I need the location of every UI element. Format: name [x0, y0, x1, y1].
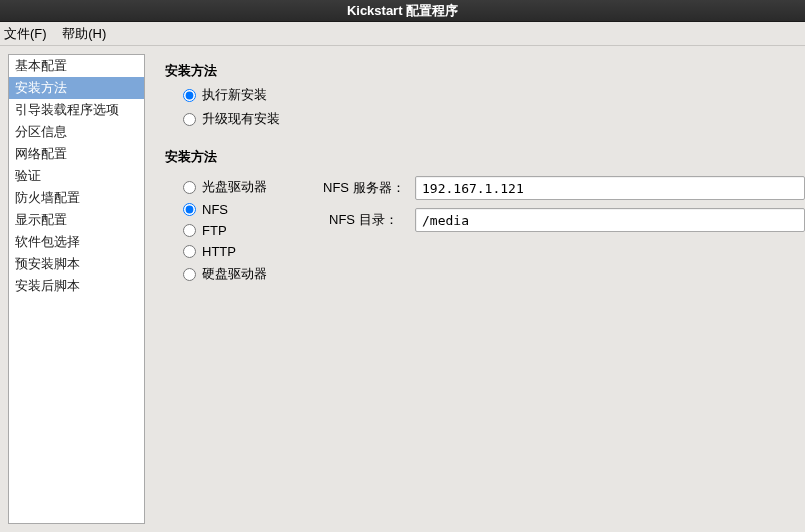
radio-cd[interactable]: 光盘驱动器 — [183, 178, 293, 196]
radio-upgrade-install[interactable]: 升级现有安装 — [183, 110, 805, 128]
menu-help[interactable]: 帮助(H) — [62, 26, 106, 41]
radio-new-install-input[interactable] — [183, 89, 196, 102]
nfs-dir-label: NFS 目录： — [323, 211, 415, 229]
radio-nfs[interactable]: NFS — [183, 202, 293, 217]
radio-ftp-label: FTP — [202, 223, 227, 238]
sidebar-item-7[interactable]: 显示配置 — [9, 209, 144, 231]
radio-cd-input[interactable] — [183, 181, 196, 194]
sidebar-item-0[interactable]: 基本配置 — [9, 55, 144, 77]
method-radio-column: 光盘驱动器 NFS FTP HTTP 硬盘驱动器 — [183, 172, 293, 289]
window-titlebar: Kickstart 配置程序 — [0, 0, 805, 22]
nfs-dir-input[interactable] — [415, 208, 805, 232]
nfs-fields: NFS 服务器： NFS 目录： — [323, 172, 805, 289]
sidebar-item-4[interactable]: 网络配置 — [9, 143, 144, 165]
sidebar-item-8[interactable]: 软件包选择 — [9, 231, 144, 253]
menubar: 文件(F) 帮助(H) — [0, 22, 805, 46]
radio-hd-input[interactable] — [183, 268, 196, 281]
install-method-title: 安装方法 — [165, 148, 805, 166]
radio-hd[interactable]: 硬盘驱动器 — [183, 265, 293, 283]
content-area: 基本配置安装方法引导装载程序选项分区信息网络配置验证防火墙配置显示配置软件包选择… — [0, 46, 805, 532]
sidebar-item-3[interactable]: 分区信息 — [9, 121, 144, 143]
window-title: Kickstart 配置程序 — [347, 3, 458, 18]
radio-nfs-input[interactable] — [183, 203, 196, 216]
sidebar-item-1[interactable]: 安装方法 — [9, 77, 144, 99]
radio-cd-label: 光盘驱动器 — [202, 178, 267, 196]
menu-file[interactable]: 文件(F) — [4, 26, 47, 41]
sidebar-item-5[interactable]: 验证 — [9, 165, 144, 187]
radio-http[interactable]: HTTP — [183, 244, 293, 259]
sidebar-item-6[interactable]: 防火墙配置 — [9, 187, 144, 209]
radio-nfs-label: NFS — [202, 202, 228, 217]
sidebar-item-9[interactable]: 预安装脚本 — [9, 253, 144, 275]
sidebar-item-10[interactable]: 安装后脚本 — [9, 275, 144, 297]
radio-new-install[interactable]: 执行新安装 — [183, 86, 805, 104]
radio-http-input[interactable] — [183, 245, 196, 258]
radio-upgrade-install-label: 升级现有安装 — [202, 110, 280, 128]
install-mode-title: 安装方法 — [165, 62, 805, 80]
radio-upgrade-install-input[interactable] — [183, 113, 196, 126]
radio-hd-label: 硬盘驱动器 — [202, 265, 267, 283]
nfs-server-input[interactable] — [415, 176, 805, 200]
radio-http-label: HTTP — [202, 244, 236, 259]
main-panel: 安装方法 执行新安装 升级现有安装 安装方法 光盘驱动器 NFS — [145, 46, 805, 532]
nfs-server-label: NFS 服务器： — [323, 179, 415, 197]
sidebar-item-2[interactable]: 引导装载程序选项 — [9, 99, 144, 121]
radio-ftp-input[interactable] — [183, 224, 196, 237]
radio-ftp[interactable]: FTP — [183, 223, 293, 238]
sidebar[interactable]: 基本配置安装方法引导装载程序选项分区信息网络配置验证防火墙配置显示配置软件包选择… — [8, 54, 145, 524]
radio-new-install-label: 执行新安装 — [202, 86, 267, 104]
